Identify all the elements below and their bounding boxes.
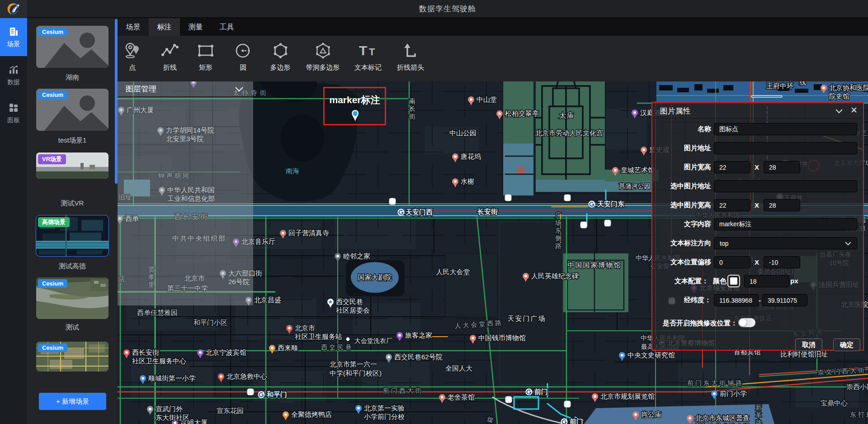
dialog-collapse-chevron-icon[interactable] xyxy=(835,107,843,115)
map-label: 北京急救中心 xyxy=(226,372,267,380)
font-size-input[interactable] xyxy=(744,275,789,287)
top-bar: 数据孪生驾驶舱 xyxy=(0,0,868,18)
map-label: 北京市第一六一 xyxy=(330,360,377,368)
selected-image-url-input[interactable] xyxy=(714,180,857,192)
field-label-image-size: 图片宽高 xyxy=(576,163,711,172)
map-label: 社区居委会 xyxy=(336,306,370,314)
point-icon xyxy=(123,36,142,61)
scene-item-测试高德: 高德场景测试高德 xyxy=(36,215,108,256)
nav-item-data[interactable]: 数据 xyxy=(0,56,27,94)
text-direction-select[interactable]: top xyxy=(714,237,857,249)
text-content-input[interactable] xyxy=(714,218,857,230)
marker-pin-icon xyxy=(351,110,359,124)
map-label: 前 门 东 大 街 辅 路 xyxy=(687,379,742,386)
tool-polygon[interactable]: 多边形 xyxy=(270,36,291,72)
cancel-button[interactable]: 取消 xyxy=(795,338,822,351)
tab-measure[interactable]: 测量 xyxy=(180,18,211,36)
map-label: 北京市东城区普查 xyxy=(695,414,750,422)
tab-bar: 场景 标注 测量 工具 xyxy=(118,18,868,36)
map-area xyxy=(500,222,563,385)
field-label-lnglat: 经纬度： xyxy=(576,296,711,305)
map-label: 社区卫生服务中心 xyxy=(132,357,186,365)
dialog-close-icon[interactable]: ✕ xyxy=(850,105,858,115)
selected-size-separator: X xyxy=(755,201,759,209)
dialog-row-text-config: 文本配置： 颜色 px xyxy=(652,275,865,287)
scene-thumbnail[interactable]: Cesium xyxy=(36,26,108,68)
selected-marker-annotation[interactable]: marker标注 xyxy=(323,87,386,125)
color-label: 颜色 xyxy=(713,277,726,286)
scene-thumbnail[interactable]: Cesium xyxy=(36,277,108,319)
scene-thumbnail[interactable]: VR场景 xyxy=(36,152,108,179)
tool-polygon-hole[interactable]: 带洞多边形 xyxy=(306,36,340,72)
metro-entrance-icon xyxy=(505,396,512,403)
layer-manager-panel: 图层管理 xyxy=(118,81,253,305)
dialog-row-lnglat: 经纬度： - xyxy=(652,294,865,306)
scene-thumbnail[interactable]: Cesium xyxy=(36,342,108,372)
selected-image-width-input[interactable] xyxy=(714,199,750,211)
latitude-input[interactable] xyxy=(762,294,807,306)
image-width-input[interactable] xyxy=(714,161,750,173)
map-label: 北京市 xyxy=(295,324,315,332)
nav-item-panel[interactable]: 面板 xyxy=(0,94,27,132)
metro-entrance-icon xyxy=(564,401,571,407)
drag-position-toggle[interactable] xyxy=(738,318,755,327)
tool-point[interactable]: 点 xyxy=(123,36,142,72)
text-direction-value: top xyxy=(720,240,728,247)
image-properties-dialog: 图片属性 ✕ 名称 图片地址 图片宽高 X 选中图片地址 选中图片宽高 X xyxy=(651,102,864,351)
name-input[interactable] xyxy=(714,123,857,135)
tool-text-mark[interactable]: TT文本标记 xyxy=(354,36,382,72)
nav-item-label: 场景 xyxy=(7,40,20,48)
image-height-input[interactable] xyxy=(764,161,800,173)
tool-circle[interactable]: 圆 xyxy=(234,36,252,72)
map-building xyxy=(677,88,689,92)
tool-polyline[interactable]: 折线 xyxy=(161,36,179,72)
scene-thumbnail[interactable]: 高德场景 xyxy=(36,215,108,256)
logo-icon xyxy=(6,2,21,16)
metro-station-icon xyxy=(526,389,533,395)
text-offset-y-input[interactable] xyxy=(764,256,800,268)
scene-panel-scrollbar[interactable] xyxy=(115,19,118,184)
tool-rectangle[interactable]: 矩形 xyxy=(197,36,215,72)
map-label: 新革路 xyxy=(755,404,762,424)
scene-label: 测试VR xyxy=(27,199,118,208)
dialog-row-image-url: 图片地址 xyxy=(652,142,865,154)
text-offset-x-input[interactable] xyxy=(714,256,750,268)
map-label: 和平门小区 xyxy=(193,319,227,326)
scene-thumbnail[interactable]: Cesium xyxy=(36,89,108,131)
tab-tools[interactable]: 工具 xyxy=(211,18,242,36)
metro-entrance-icon xyxy=(564,195,571,201)
tab-scene[interactable]: 场景 xyxy=(118,18,149,36)
scene-type-badge: 高德场景 xyxy=(38,217,70,227)
map-label: 回子营清真寺 xyxy=(288,229,329,237)
tab-annotation[interactable]: 标注 xyxy=(149,18,180,36)
metro-entrance-icon xyxy=(247,389,254,395)
data-icon xyxy=(8,64,19,75)
map-label: 小学前门分校 xyxy=(363,413,405,420)
nav-item-label: 数据 xyxy=(7,78,20,86)
layer-collapse-chevron-icon[interactable] xyxy=(235,86,243,94)
field-label-text-offset: 文本位置偏移 xyxy=(576,258,711,267)
nav-item-scene[interactable]: 场景 xyxy=(0,18,27,56)
map-label: 老舍茶馆 xyxy=(448,393,475,401)
nav-rail: 场景数据面板 xyxy=(0,18,27,424)
map-label: 大会堂洗衣厂 xyxy=(354,337,392,344)
map-label: 天安门广场 xyxy=(508,314,546,322)
dialog-row-text-content: 文字内容 xyxy=(652,218,865,230)
selected-image-height-input[interactable] xyxy=(764,199,800,211)
text-color-swatch[interactable] xyxy=(727,275,740,287)
field-label-name: 名称 xyxy=(576,125,711,133)
map-building xyxy=(659,85,673,91)
dialog-row-selected-image-url: 选中图片地址 xyxy=(652,180,865,192)
map-label: 中国钱币博物馆 xyxy=(478,334,526,342)
image-url-input[interactable] xyxy=(714,142,857,154)
map-label: 北京协和医院 xyxy=(829,84,868,91)
map-label: 前 门 西 大 街 xyxy=(383,387,422,394)
confirm-button[interactable]: 确定 xyxy=(833,338,860,351)
longitude-input[interactable] xyxy=(714,294,759,306)
layer-manager-header[interactable]: 图层管理 xyxy=(118,81,253,96)
scene-type-badge: Cesium xyxy=(38,28,67,36)
app-title: 数据孪生驾驶舱 xyxy=(419,0,476,18)
scene-panel: + 新增场景 Cesium湖南Cesiumtest场景1VR场景测试VR高德场景… xyxy=(27,18,118,424)
add-scene-button[interactable]: + 新增场景 xyxy=(39,393,106,410)
tool-polyline-arrow[interactable]: 折线箭头 xyxy=(397,36,424,72)
